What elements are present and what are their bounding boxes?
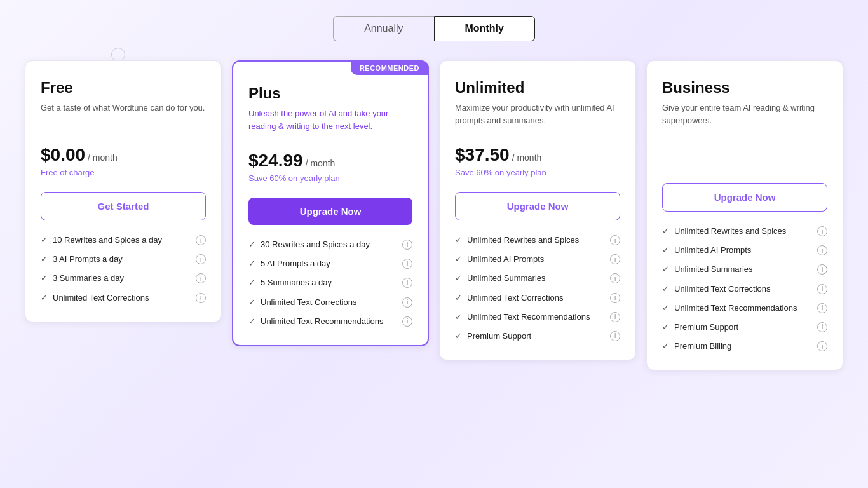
check-icon: ✓: [455, 293, 462, 302]
feature-left: ✓ Unlimited Summaries: [455, 273, 546, 284]
check-icon: ✓: [248, 278, 255, 287]
feature-left: ✓ Unlimited AI Prompts: [455, 254, 544, 265]
business-plan-desc: Give your entire team AI reading & writi…: [662, 102, 827, 132]
feature-text: Unlimited Text Corrections: [53, 292, 149, 304]
info-icon[interactable]: i: [817, 303, 827, 313]
plus-price-period: / month: [306, 158, 336, 168]
info-icon[interactable]: i: [817, 226, 827, 236]
feature-left: ✓ 10 Rewrites and Spices a day: [41, 234, 162, 246]
info-icon[interactable]: i: [817, 322, 827, 332]
info-icon[interactable]: i: [610, 235, 620, 245]
unlimited-cta-button[interactable]: Upgrade Now: [455, 192, 620, 220]
plus-features-list: ✓ 30 Rewrites and Spices a day i ✓ 5 AI …: [248, 239, 412, 327]
feature-left: ✓ 30 Rewrites and Spices a day: [248, 239, 370, 250]
list-item: ✓ Unlimited Text Corrections i: [41, 292, 206, 304]
feature-left: ✓ Unlimited Summaries: [662, 264, 753, 275]
feature-text: Unlimited Text Recommendations: [674, 302, 797, 314]
info-icon[interactable]: i: [610, 331, 620, 341]
check-icon: ✓: [248, 240, 255, 249]
info-icon[interactable]: i: [402, 240, 412, 250]
feature-left: ✓ 5 Summaries a day: [248, 277, 332, 288]
check-icon: ✓: [455, 235, 462, 245]
plus-cta-button[interactable]: Upgrade Now: [248, 198, 412, 225]
feature-text: Unlimited Text Corrections: [674, 283, 770, 295]
unlimited-features-list: ✓ Unlimited Rewrites and Spices i ✓ Unli…: [455, 234, 620, 342]
free-plan-card: Free Get a taste of what Wordtune can do…: [25, 60, 222, 322]
info-icon[interactable]: i: [402, 297, 412, 308]
check-icon: ✓: [41, 254, 48, 264]
list-item: ✓ Unlimited Summaries i: [455, 273, 620, 284]
list-item: ✓ Unlimited AI Prompts i: [662, 245, 827, 256]
list-item: ✓ Unlimited Text Recommendations i: [248, 316, 412, 327]
free-price-row: $0.00 / month: [41, 145, 206, 165]
list-item: ✓ Premium Support i: [662, 322, 827, 333]
feature-text: Unlimited Text Corrections: [467, 292, 563, 304]
info-icon[interactable]: i: [610, 293, 620, 303]
feature-left: ✓ 5 AI Prompts a day: [248, 258, 330, 269]
feature-text: 3 AI Prompts a day: [53, 254, 123, 265]
info-icon[interactable]: i: [196, 293, 206, 303]
info-icon[interactable]: i: [817, 341, 827, 351]
monthly-button[interactable]: Monthly: [434, 16, 535, 41]
unlimited-price-period: / month: [512, 152, 542, 163]
feature-text: 3 Summaries a day: [53, 273, 124, 284]
unlimited-price-amount: $37.50: [455, 145, 510, 165]
feature-left: ✓ Unlimited Rewrites and Spices: [662, 226, 786, 237]
list-item: ✓ Unlimited Rewrites and Spices i: [662, 226, 827, 237]
feature-text: Unlimited Text Recommendations: [261, 316, 383, 327]
feature-left: ✓ Unlimited Text Corrections: [455, 292, 563, 304]
check-icon: ✓: [41, 293, 48, 302]
free-cta-button[interactable]: Get Started: [41, 192, 206, 220]
info-icon[interactable]: i: [610, 273, 620, 283]
free-plan-name: Free: [41, 79, 206, 97]
check-icon: ✓: [662, 226, 669, 236]
plus-plan-name: Plus: [248, 85, 412, 102]
feature-text: Unlimited AI Prompts: [467, 254, 544, 265]
check-icon: ✓: [248, 259, 255, 268]
unlimited-plan-card: Unlimited Maximize your productivity wit…: [439, 60, 636, 360]
business-plan-name: Business: [662, 79, 827, 97]
info-icon[interactable]: i: [817, 284, 827, 294]
feature-text: 10 Rewrites and Spices a day: [53, 234, 162, 246]
feature-text: Unlimited Text Corrections: [261, 297, 356, 308]
business-features-list: ✓ Unlimited Rewrites and Spices i ✓ Unli…: [662, 226, 827, 352]
feature-text: 30 Rewrites and Spices a day: [261, 239, 370, 250]
info-icon[interactable]: i: [610, 254, 620, 264]
list-item: ✓ Unlimited Text Corrections i: [455, 292, 620, 304]
annually-button[interactable]: Annually: [333, 16, 433, 41]
feature-text: Unlimited AI Prompts: [674, 245, 751, 256]
info-icon[interactable]: i: [196, 254, 206, 264]
info-icon[interactable]: i: [402, 316, 412, 327]
check-icon: ✓: [41, 235, 48, 245]
feature-text: Unlimited Rewrites and Spices: [467, 234, 579, 246]
feature-left: ✓ Unlimited Text Recommendations: [248, 316, 383, 327]
info-icon[interactable]: i: [817, 264, 827, 274]
list-item: ✓ Unlimited Text Recommendations i: [455, 311, 620, 323]
feature-left: ✓ Unlimited Text Recommendations: [662, 302, 797, 314]
free-features-list: ✓ 10 Rewrites and Spices a day i ✓ 3 AI …: [41, 234, 206, 304]
business-cta-button[interactable]: Upgrade Now: [662, 183, 827, 212]
check-icon: ✓: [662, 264, 669, 274]
list-item: ✓ Unlimited Rewrites and Spices i: [455, 234, 620, 246]
info-icon[interactable]: i: [610, 312, 620, 322]
feature-left: ✓ Unlimited Rewrites and Spices: [455, 234, 579, 246]
page-wrapper: ✳ Annually Monthly Free Get a taste of w…: [0, 0, 868, 488]
deco-circle: [111, 48, 125, 62]
info-icon[interactable]: i: [402, 278, 412, 288]
free-plan-desc: Get a taste of what Wordtune can do for …: [41, 102, 206, 132]
feature-text: 5 AI Prompts a day: [261, 258, 330, 269]
info-icon[interactable]: i: [402, 259, 412, 269]
plus-price-amount: $24.99: [248, 151, 303, 171]
free-price-amount: $0.00: [41, 145, 85, 165]
business-price-placeholder: [662, 145, 827, 183]
billing-toggle: Annually Monthly: [13, 16, 855, 41]
info-icon[interactable]: i: [817, 245, 827, 255]
list-item: ✓ Unlimited Summaries i: [662, 264, 827, 275]
feature-left: ✓ Unlimited Text Corrections: [662, 283, 770, 295]
info-icon[interactable]: i: [196, 273, 206, 283]
check-icon: ✓: [455, 331, 462, 341]
list-item: ✓ 30 Rewrites and Spices a day i: [248, 239, 412, 250]
unlimited-plan-name: Unlimited: [455, 79, 620, 97]
list-item: ✓ Unlimited Text Recommendations i: [662, 302, 827, 314]
info-icon[interactable]: i: [196, 235, 206, 245]
